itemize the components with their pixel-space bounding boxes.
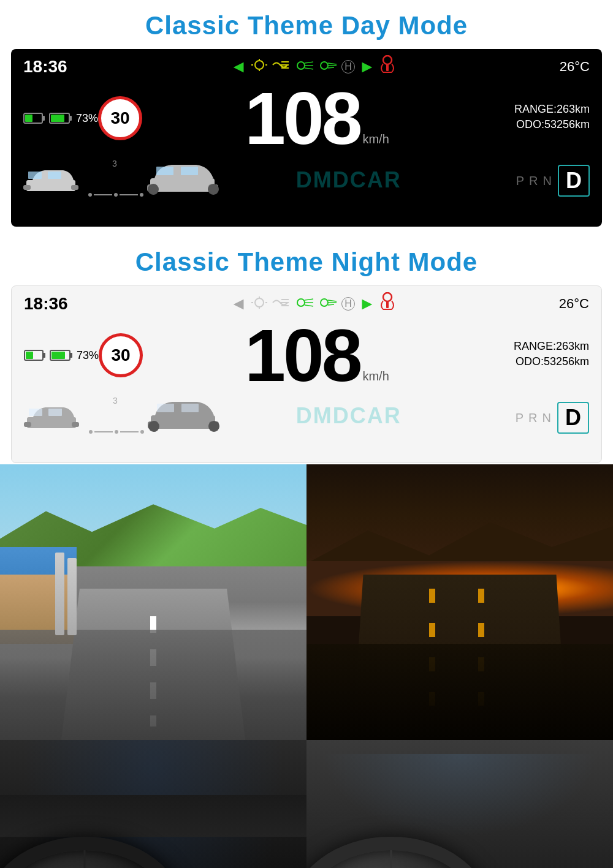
night-car-right — [148, 396, 221, 434]
night-speed-number: 108 — [245, 319, 360, 392]
svg-line-9 — [305, 62, 313, 63]
day-gear-active: D — [566, 168, 582, 194]
svg-point-12 — [321, 62, 328, 69]
day-time: 18:36 — [23, 57, 78, 77]
svg-rect-17 — [386, 64, 389, 71]
day-speed-display: 108 km/h — [142, 81, 492, 155]
svg-rect-71 — [181, 404, 199, 412]
day-range-info: RANGE:263km ODO:53256km — [492, 103, 590, 134]
night-battery-row: 73% — [24, 349, 99, 362]
day-car-distance: 3 — [23, 159, 221, 197]
photos-bottom-row: ━━ 80 ━━ DMDCAR ━━ 80 ━━ DMDCAR — [0, 740, 613, 868]
day-bottom-row: 3 — [23, 159, 590, 197]
svg-line-11 — [305, 68, 313, 69]
night-road-photo — [306, 464, 613, 740]
svg-rect-27 — [71, 185, 78, 190]
day-battery-row: 73% — [23, 112, 98, 125]
night-dashboard: 18:36 ◄ H ► 26°C — [11, 285, 602, 463]
svg-rect-61 — [51, 352, 65, 359]
day-speed-number: 108 — [245, 81, 360, 155]
seatbelt-icon — [379, 55, 395, 78]
interior-day-photo: ━━ 80 ━━ DMDCAR — [0, 740, 306, 868]
left-turn-icon: ◄ — [230, 57, 247, 77]
svg-line-52 — [328, 304, 334, 305]
night-gear-r: R — [528, 411, 537, 425]
night-seatbelt-icon — [379, 292, 395, 315]
night-park-lights-icon — [251, 296, 268, 312]
night-gear-n: N — [543, 411, 551, 425]
night-bottom-row: 3 — [24, 396, 589, 434]
day-indicator-icons: ◄ H ► — [78, 55, 547, 78]
svg-rect-29 — [48, 172, 61, 179]
night-odo: ODO:53256km — [491, 355, 589, 368]
svg-point-0 — [255, 61, 264, 69]
svg-line-48 — [305, 305, 313, 306]
svg-line-13 — [328, 63, 337, 64]
night-car-distance: 3 — [24, 396, 221, 434]
low-beam-icon — [318, 59, 338, 75]
svg-rect-54 — [386, 301, 389, 308]
svg-rect-28 — [28, 172, 42, 179]
svg-rect-33 — [156, 167, 173, 175]
day-car-right — [147, 159, 221, 197]
night-time: 18:36 — [24, 294, 79, 314]
night-battery-bar-icon — [50, 350, 73, 361]
fog-light-icon — [272, 58, 291, 75]
day-odo: ODO:53256km — [492, 118, 590, 131]
day-range: RANGE:263km — [492, 103, 590, 116]
right-turn-icon: ► — [359, 57, 376, 77]
day-speed-limit: 30 — [98, 96, 142, 140]
svg-point-36 — [208, 184, 219, 195]
gear-r: R — [529, 174, 538, 188]
svg-point-35 — [148, 184, 159, 195]
night-speed-display: 108 km/h — [143, 319, 491, 392]
night-fog-light-icon — [272, 296, 291, 312]
svg-point-72 — [148, 421, 159, 432]
night-hazard-icon: H — [341, 297, 355, 311]
svg-rect-70 — [157, 404, 174, 412]
night-battery-percent: 73% — [77, 349, 99, 362]
night-indicator-icons: ◄ H ► — [79, 292, 546, 315]
day-gear-selector: P R N D — [516, 165, 590, 197]
svg-point-8 — [297, 62, 305, 69]
battery-bar-icon — [49, 113, 72, 124]
svg-point-73 — [208, 421, 219, 432]
park-lights-icon — [251, 58, 268, 75]
night-low-beam-icon — [318, 296, 338, 312]
night-gear-selector: P R N D — [516, 402, 589, 434]
svg-rect-25 — [26, 180, 75, 191]
interior-night-photo: ━━ 80 ━━ DMDCAR — [306, 740, 613, 868]
svg-line-50 — [328, 300, 337, 301]
svg-rect-21 — [25, 115, 32, 122]
svg-rect-23 — [69, 116, 72, 121]
night-gear-p: P — [516, 411, 524, 425]
svg-rect-66 — [48, 409, 62, 416]
day-title: Classic Theme Day Mode — [0, 0, 613, 49]
svg-rect-65 — [29, 409, 42, 416]
night-range: RANGE:263km — [491, 340, 589, 353]
night-title: Classic Theme Night Mode — [0, 236, 613, 285]
svg-line-46 — [305, 299, 313, 300]
high-beam-icon — [295, 59, 314, 75]
day-car-left — [23, 163, 85, 197]
night-speed-limit: 30 — [99, 333, 143, 377]
night-gear-active: D — [565, 405, 581, 431]
gear-p: P — [516, 174, 524, 188]
day-battery-percent: 73% — [76, 112, 98, 125]
svg-rect-60 — [70, 353, 72, 358]
night-speed-unit: km/h — [362, 369, 389, 383]
day-gear-active-box: D — [558, 165, 590, 197]
photos-top-row — [0, 464, 613, 740]
svg-rect-64 — [72, 422, 79, 427]
day-road-photo — [0, 464, 306, 740]
svg-rect-67 — [151, 415, 215, 429]
night-right-turn-icon: ► — [359, 294, 376, 314]
svg-point-37 — [255, 298, 264, 307]
svg-rect-58 — [26, 352, 33, 359]
day-distance-label: 3 — [112, 159, 117, 168]
svg-rect-62 — [27, 417, 76, 428]
night-range-info: RANGE:263km ODO:53256km — [491, 340, 589, 371]
gear-n: N — [543, 174, 552, 188]
svg-rect-24 — [51, 115, 64, 122]
night-car-left — [24, 400, 85, 434]
